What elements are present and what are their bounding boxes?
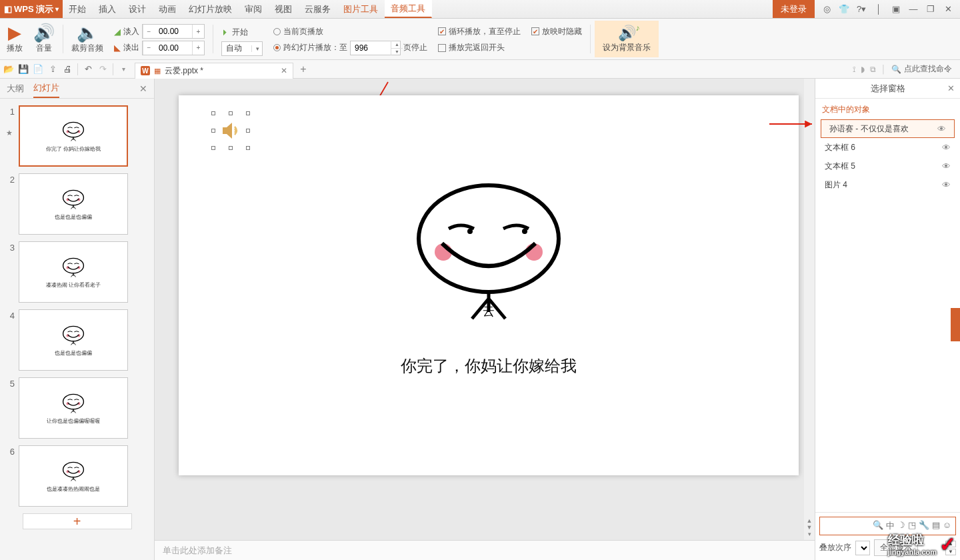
document-tab[interactable]: W ▦ 云爱.pptx * ✕ xyxy=(135,63,293,79)
fade-out-input[interactable]: − + xyxy=(142,41,205,55)
tab-home[interactable]: 开始 xyxy=(63,0,93,18)
add-slide-button[interactable]: + xyxy=(23,513,132,529)
volume-button[interactable]: 🔊 音量 xyxy=(29,21,59,57)
tab-audio-tools[interactable]: 音频工具 xyxy=(385,0,432,18)
resize-handle[interactable] xyxy=(229,111,233,115)
slide-canvas[interactable]: 云 你完了，你妈让你嫁给我 ▲▼▾ xyxy=(155,79,815,540)
resize-handle[interactable] xyxy=(246,129,250,133)
visibility-eye-icon[interactable]: 👁 xyxy=(942,143,951,153)
tool-icon-1[interactable]: ⟟ xyxy=(853,65,855,74)
chevron-down-icon[interactable]: ▾ xyxy=(251,45,262,52)
pdf-icon[interactable]: 📄 xyxy=(32,63,44,75)
slide-thumbnail[interactable]: 让你也是也偏偏喔喔喔 xyxy=(19,377,128,439)
edge-tab[interactable] xyxy=(951,308,960,341)
fade-out-value[interactable] xyxy=(155,43,192,53)
fade-in-minus[interactable]: − xyxy=(143,25,155,38)
toolbar-moon-icon[interactable]: ☽ xyxy=(897,520,905,532)
login-status[interactable]: 未登录 xyxy=(773,0,815,18)
cross-down-icon[interactable]: ▼ xyxy=(391,48,403,55)
tool-icon-3[interactable]: ⧉ xyxy=(870,65,876,74)
slide-thumbnail[interactable]: 凑凑热闹 让你看看老子 xyxy=(19,241,128,303)
resize-handle[interactable] xyxy=(246,111,250,115)
slide-thumbnail[interactable]: 也是凑凑热热闹闹也是 xyxy=(19,445,128,507)
selection-item[interactable]: 孙语赛 - 不仅仅是喜欢👁 xyxy=(821,119,955,138)
fade-out-plus[interactable]: + xyxy=(192,41,204,55)
slide-thumbnail[interactable]: 也是也是也偏偏 xyxy=(19,309,128,371)
search-command[interactable]: 🔍 点此查找命令 xyxy=(891,63,952,75)
logo-icon: ◧ xyxy=(4,4,12,14)
trim-icon: 🔈 xyxy=(77,24,98,41)
close-icon[interactable]: ✕ xyxy=(941,3,955,16)
hide-on-play-check[interactable]: ✔ 放映时隐藏 xyxy=(531,23,582,40)
maximize-icon[interactable]: ❐ xyxy=(924,3,937,16)
fade-out-minus[interactable]: − xyxy=(143,41,155,55)
slide-thumbnail[interactable]: 也是也是也偏偏 xyxy=(19,173,128,235)
tab-design[interactable]: 设计 xyxy=(123,0,153,18)
cross-up-icon[interactable]: ▲ xyxy=(391,41,403,48)
order-select[interactable] xyxy=(855,541,870,555)
return-start-check[interactable]: 播放完返回开头 xyxy=(438,40,505,57)
audio-object[interactable] xyxy=(213,113,248,148)
fade-in-plus[interactable]: + xyxy=(192,25,204,38)
play-button[interactable]: ▶ 播放 xyxy=(3,21,27,57)
print-icon[interactable]: 🖨 xyxy=(61,63,73,75)
fade-in-value[interactable] xyxy=(155,27,192,36)
help-icon[interactable]: ?▾ xyxy=(855,3,868,16)
loop-check[interactable]: ✔ 循环播放，直至停止 xyxy=(438,23,521,40)
fade-in-input[interactable]: − + xyxy=(142,24,205,39)
resize-handle[interactable] xyxy=(211,146,215,150)
selection-pane-close-icon[interactable]: ✕ xyxy=(947,83,955,93)
tab-review[interactable]: 审阅 xyxy=(239,0,269,18)
tab-cloud[interactable]: 云服务 xyxy=(299,0,337,18)
undo-icon[interactable]: ↶ xyxy=(82,63,94,75)
current-page-radio[interactable]: 当前页播放 xyxy=(273,23,323,40)
resize-handle[interactable] xyxy=(229,146,233,150)
visibility-eye-icon[interactable]: 👁 xyxy=(933,124,950,134)
open-icon[interactable]: 📂 xyxy=(3,63,15,75)
toolbar-smile-icon[interactable]: ☺ xyxy=(943,520,951,532)
cross-slide-value[interactable] xyxy=(351,43,391,53)
save-icon[interactable]: 💾 xyxy=(17,63,29,75)
redo-icon[interactable]: ↷ xyxy=(97,63,109,75)
resize-handle[interactable] xyxy=(211,129,215,133)
trim-button[interactable]: 🔈 裁剪音频 xyxy=(67,21,107,57)
vertical-scrollbar[interactable]: ▲▼▾ xyxy=(804,79,815,540)
slides-tab[interactable]: 幻灯片 xyxy=(33,79,59,98)
tab-view[interactable]: 视图 xyxy=(269,0,299,18)
app-logo[interactable]: ◧ WPS 演示 ▾ xyxy=(0,0,63,18)
tab-picture-tools[interactable]: 图片工具 xyxy=(337,0,385,18)
tool-icon-2[interactable]: ◗ xyxy=(861,65,865,74)
toolbar-clip-icon[interactable]: ▤ xyxy=(932,520,940,532)
toolbar-lang-icon[interactable]: 中 xyxy=(886,520,895,532)
selection-item[interactable]: 文本框 5👁 xyxy=(821,157,955,175)
qa-more-icon[interactable]: ▾ xyxy=(117,63,129,75)
start-select[interactable]: 自动 ▾ xyxy=(221,41,263,56)
toolbar-search-icon[interactable]: 🔍 xyxy=(873,520,883,532)
selection-item[interactable]: 文本框 6👁 xyxy=(821,138,955,157)
resize-handle[interactable] xyxy=(246,146,250,150)
shirt-icon[interactable]: 👕 xyxy=(837,3,851,16)
resize-handle[interactable] xyxy=(211,111,215,115)
cross-slide-radio[interactable]: 跨幻灯片播放：至 ▲ ▼ 页停止 xyxy=(273,40,427,57)
visibility-eye-icon[interactable]: 👁 xyxy=(942,161,951,171)
skin-icon[interactable]: ◎ xyxy=(820,3,833,16)
add-tab-button[interactable]: + xyxy=(296,62,311,77)
app-menu-caret[interactable]: ▾ xyxy=(55,5,59,13)
close-tab-icon[interactable]: ✕ xyxy=(281,66,287,75)
tab-animation[interactable]: 动画 xyxy=(153,0,183,18)
tab-slideshow[interactable]: 幻灯片放映 xyxy=(183,0,239,18)
toolbar-wrench-icon[interactable]: 🔧 xyxy=(919,520,929,532)
outline-tab[interactable]: 大纲 xyxy=(7,80,24,97)
notes-area[interactable]: 单击此处添加备注 xyxy=(155,540,815,560)
bg-music-button[interactable]: 🔊♪ 设为背景音乐 xyxy=(595,21,659,57)
toolbar-flag-icon[interactable]: ◳ xyxy=(908,520,916,532)
minimize-icon[interactable]: — xyxy=(907,3,920,16)
tab-insert[interactable]: 插入 xyxy=(93,0,123,18)
selection-item[interactable]: 图片 4👁 xyxy=(821,175,955,194)
export-icon[interactable]: ⇪ xyxy=(47,63,59,75)
cross-slide-input[interactable]: ▲ ▼ xyxy=(350,41,401,55)
navpane-close-icon[interactable]: ✕ xyxy=(139,83,147,94)
ribbon-collapse-icon[interactable]: ▣ xyxy=(889,3,903,16)
visibility-eye-icon[interactable]: 👁 xyxy=(942,180,951,190)
slide-thumbnail[interactable]: 你完了 你妈让你嫁给我 xyxy=(19,105,128,167)
